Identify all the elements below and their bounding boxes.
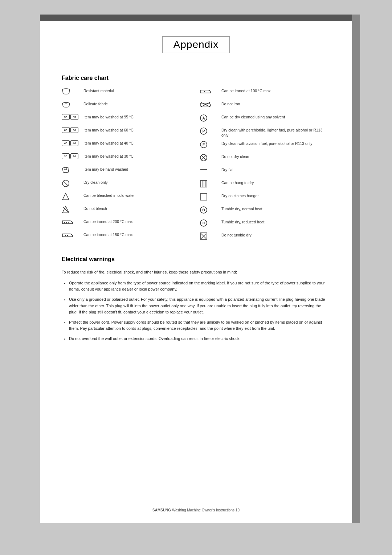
- svg-point-34: [203, 210, 204, 210]
- care-row: 60 60 Item may be washed at 60 °C: [62, 127, 192, 137]
- care-icon: 40 40: [62, 140, 83, 146]
- page-title-box: Appendix: [162, 36, 230, 53]
- care-row: F Dry clean with aviation fuel, pure alc…: [200, 141, 330, 151]
- care-label: Do not bleach: [83, 206, 107, 211]
- dry-hanger-icon: [200, 193, 208, 201]
- care-row: P Dry clean with perchloride, lighter fu…: [200, 127, 330, 138]
- svg-marker-2: [62, 193, 69, 200]
- care-icon: [62, 88, 83, 94]
- care-label: Can be ironed at 150 °C max: [83, 232, 133, 238]
- care-icon: [200, 232, 221, 240]
- no-tumble-dry-icon: [200, 232, 208, 240]
- temp-badge-30a: 30: [62, 153, 70, 159]
- care-row: Can be bleached in cold water: [62, 193, 192, 203]
- care-icon: [62, 166, 83, 173]
- care-icon: [200, 180, 221, 188]
- hand-wash-icon: [62, 166, 70, 173]
- care-label: Item may be washed at 60 °C: [83, 127, 134, 133]
- temp-badge-30b: 30: [70, 153, 78, 159]
- care-icon: [200, 88, 221, 94]
- electrical-warnings-title: Electrical warnings: [62, 256, 330, 263]
- iron-100-icon: [200, 88, 211, 94]
- care-row: Item may be hand washed: [62, 166, 192, 177]
- care-row: Dry flat: [200, 167, 330, 177]
- svg-text:F: F: [203, 143, 205, 147]
- tumble-dry-normal-icon: [200, 206, 208, 214]
- header-bar: [40, 15, 352, 21]
- care-row: Do not iron: [200, 101, 330, 111]
- care-label: Can be hung to dry: [221, 180, 254, 186]
- care-label: Item may be washed at 40 °C: [83, 140, 134, 146]
- svg-point-36: [203, 222, 205, 224]
- care-icon: 60 60: [62, 127, 83, 133]
- no-bleach-icon: [62, 206, 70, 214]
- care-row: Delicate fabric: [62, 101, 192, 111]
- care-icon: P: [200, 127, 221, 135]
- care-row: A Can be dry cleaned using any solvent: [200, 114, 330, 124]
- care-icon: [200, 193, 221, 201]
- temp-badge-95b: 95: [70, 114, 78, 120]
- title-center: Appendix: [62, 29, 330, 64]
- temp-badge-40b: 40: [70, 140, 78, 146]
- iron-200-icon: [62, 219, 73, 225]
- care-label: Delicate fabric: [83, 101, 108, 107]
- iron-150-icon: [62, 232, 73, 238]
- care-icon: A: [200, 114, 221, 122]
- care-label: Dry clean only: [83, 179, 108, 185]
- care-row: Dry clean only: [62, 179, 192, 190]
- care-label: Dry clean with perchloride, lighter fuel…: [221, 127, 330, 138]
- list-item: Use only a grounded or polarized outlet.…: [69, 296, 330, 316]
- svg-text:P: P: [203, 129, 205, 133]
- svg-point-9: [65, 235, 66, 236]
- no-dry-clean-icon: [200, 154, 208, 162]
- care-label: Tumble dry, reduced heat: [221, 219, 264, 225]
- care-row: Can be ironed at 100 °C max: [200, 88, 330, 98]
- care-label: Dry clean with aviation fuel, pure alcoh…: [221, 141, 312, 146]
- care-icon: [200, 154, 221, 162]
- footer-page-number: 19: [236, 508, 240, 512]
- care-row: 95 95 Item may be washed at 95 °C: [62, 114, 192, 124]
- svg-point-6: [66, 222, 67, 223]
- care-icon: [62, 101, 83, 108]
- footer: SAMSUNG Washing Machine Owner's Instruct…: [40, 508, 352, 512]
- fabric-care-title: Fabric care chart: [62, 75, 330, 81]
- right-bar: [352, 15, 360, 523]
- footer-brand: SAMSUNG: [152, 508, 171, 512]
- care-label: Do not dry clean: [221, 154, 249, 159]
- dry-clean-F-icon: F: [200, 141, 208, 149]
- care-icon: [62, 179, 83, 187]
- care-row: Tumble dry, reduced heat: [200, 219, 330, 229]
- care-left-column: Resistant material Delicate fabric 95: [62, 88, 192, 245]
- svg-point-12: [204, 91, 205, 92]
- svg-rect-31: [200, 194, 207, 200]
- care-label: Do not tumble dry: [221, 232, 252, 238]
- svg-point-10: [67, 235, 68, 236]
- dry-clean-P-icon: P: [200, 127, 208, 135]
- care-row: Can be hung to dry: [200, 180, 330, 190]
- care-icon: F: [200, 141, 221, 149]
- care-row: Can be ironed at 200 °C max: [62, 219, 192, 229]
- care-label: Item may be hand washed: [83, 166, 128, 172]
- dry-clean-only-icon: [62, 179, 70, 187]
- temp-badge-60a: 60: [62, 127, 70, 133]
- care-icon: [62, 219, 83, 225]
- care-label: Can be dry cleaned using any solvent: [221, 114, 285, 120]
- care-label: Item may be washed at 95 °C: [83, 114, 134, 120]
- care-icon: [200, 219, 221, 227]
- svg-point-35: [200, 220, 207, 226]
- electrical-section: Electrical warnings To reduce the risk o…: [62, 256, 330, 342]
- list-item: Operate the appliance only from the type…: [69, 280, 330, 293]
- care-icon: [62, 232, 83, 238]
- care-label: Dry flat: [221, 167, 233, 173]
- svg-text:A: A: [202, 116, 205, 120]
- temp-badge-95a: 95: [62, 114, 70, 120]
- washtub-normal-icon: [62, 88, 70, 94]
- footer-product: Washing Machine Owner's Instructions: [172, 508, 234, 512]
- care-icon: 95 95: [62, 114, 83, 120]
- care-row: Do not bleach: [62, 206, 192, 216]
- care-icon: 30 30: [62, 153, 83, 159]
- care-row: 40 40 Item may be washed at 40 °C: [62, 140, 192, 150]
- care-label: Dry on clothes hanger: [221, 193, 259, 199]
- care-label: Item may be washed at 30 °C: [83, 153, 134, 159]
- no-iron-icon: [200, 101, 211, 108]
